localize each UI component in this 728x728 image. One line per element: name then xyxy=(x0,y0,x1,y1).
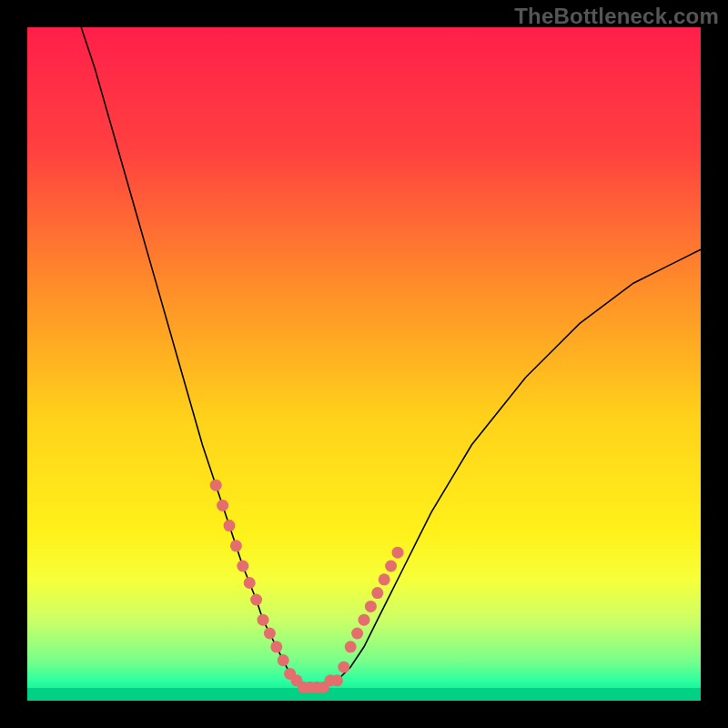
highlight-dot xyxy=(351,628,363,640)
highlight-dot xyxy=(264,628,276,640)
highlight-dot xyxy=(385,561,397,572)
highlight-dot xyxy=(359,614,370,626)
bottleneck-curve xyxy=(27,27,701,701)
highlight-dot xyxy=(270,641,282,652)
highlight-dot xyxy=(230,540,242,551)
highlight-dot xyxy=(244,577,256,589)
highlight-dot xyxy=(371,587,383,599)
highlight-dot xyxy=(250,594,262,606)
highlight-dot xyxy=(345,641,357,652)
highlight-dot xyxy=(258,614,269,626)
highlight-dot xyxy=(331,674,343,686)
highlight-dot xyxy=(217,500,228,511)
highlight-dot xyxy=(379,573,390,585)
highlight-dot xyxy=(278,654,289,666)
highlight-dot xyxy=(237,561,248,572)
highlight-dot xyxy=(392,547,404,559)
watermark-text: TheBottleneck.com xyxy=(514,4,719,29)
highlight-dot xyxy=(338,662,349,673)
highlight-dot xyxy=(224,520,236,531)
chart-plot-area xyxy=(27,27,701,701)
highlight-dot xyxy=(365,601,377,612)
highlight-dot xyxy=(210,480,222,491)
